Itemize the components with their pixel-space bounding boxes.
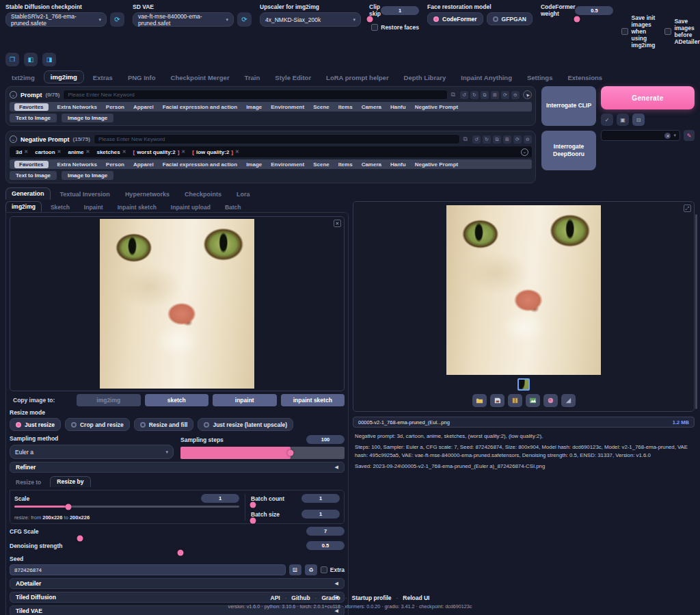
copy-prompt-icon[interactable]: ⧉	[481, 91, 489, 99]
category-tab-favorites[interactable]: Favorites	[14, 103, 49, 111]
sampling-steps-value[interactable]: 100	[306, 435, 345, 444]
category-tab-extra-networks[interactable]: Extra Networks	[57, 161, 97, 168]
remove-tag-icon[interactable]: ✕	[57, 149, 62, 155]
confirm-button[interactable]: ✓	[601, 114, 613, 126]
main-tab-style-editor[interactable]: Style Editor	[269, 72, 317, 83]
save-images-before-adetailer-checkbox[interactable]	[664, 28, 671, 35]
save-image-button[interactable]	[490, 394, 504, 407]
category-tab-image[interactable]: Image	[246, 104, 262, 110]
category-tab-apparel[interactable]: Apparel	[133, 104, 154, 110]
scale-slider[interactable]	[14, 506, 239, 508]
main-tab-txt2img[interactable]: txt2img	[5, 72, 41, 83]
scale-value[interactable]: 1	[201, 494, 239, 503]
negative-tag-low-quality-2[interactable]: [ low quality:2 ]✕	[192, 149, 239, 155]
category-tab-camera[interactable]: Camera	[362, 104, 381, 110]
clear-prompt-icon[interactable]: ⊖	[511, 91, 520, 99]
main-tab-inpaint-anything[interactable]: Inpaint Anything	[455, 72, 518, 83]
source-image-panel[interactable]: ✕	[10, 216, 345, 391]
main-tab-checkpoint-merger[interactable]: Checkpoint Merger	[165, 72, 236, 83]
clear-styles-icon[interactable]: ✕	[664, 133, 671, 139]
face-restoration-option-codeformer[interactable]: CodeFormer	[427, 12, 483, 25]
img2img-tab-inpaint[interactable]: Inpaint	[79, 202, 109, 212]
restore-faces-checkbox[interactable]	[371, 24, 378, 31]
mode-tab-text-to-image[interactable]: Text to Image	[10, 114, 57, 122]
category-tab-person[interactable]: Person	[106, 161, 124, 168]
prompt-keyword-input[interactable]	[63, 90, 447, 100]
undo-icon[interactable]: ↺	[460, 91, 468, 99]
open-folder-button[interactable]	[472, 394, 487, 407]
close-image-icon[interactable]: ✕	[334, 220, 341, 227]
refresh-checkpoint-button[interactable]: ⟳	[110, 12, 124, 27]
footer-link-github[interactable]: Github	[291, 594, 310, 601]
resize-tab-resize-to[interactable]: Resize to	[10, 477, 47, 487]
resize-tab-resize-by[interactable]: Resize by	[50, 476, 90, 487]
main-tab-extensions[interactable]: Extensions	[561, 72, 608, 83]
negative-tag-anime[interactable]: anime ✕	[68, 149, 90, 155]
seed-input[interactable]	[10, 564, 286, 575]
img2img-tab-sketch[interactable]: Sketch	[45, 202, 75, 212]
codeformer-weight-value[interactable]: 0.5	[575, 6, 613, 15]
cursor-select-icon[interactable]: ➤	[523, 90, 532, 99]
expand-prompt-icon[interactable]: ⧉	[451, 91, 455, 99]
img2img-tab-inpaint-sketch[interactable]: Inpaint sketch	[112, 202, 162, 212]
expand-output-icon[interactable]: ⤢	[684, 205, 691, 212]
generation-tab-checkpoints[interactable]: Checkpoints	[179, 189, 227, 200]
remove-tag-icon[interactable]: ✕	[181, 149, 185, 155]
resize-mode-option-just-resize[interactable]: Just resize	[10, 418, 61, 431]
footer-link-api[interactable]: API	[271, 594, 280, 601]
mode-tab-text-to-image[interactable]: Text to Image	[10, 171, 57, 180]
main-tab-settings[interactable]: Settings	[521, 72, 558, 83]
negative-tag-sketches[interactable]: sketches ✕	[96, 149, 126, 155]
category-tab-hanfu[interactable]: Hanfu	[390, 104, 406, 110]
denoising-strength-value[interactable]: 0.5	[306, 541, 345, 550]
footer-link-reload-ui[interactable]: Reload UI	[403, 594, 429, 601]
folder-button[interactable]: ▣	[617, 114, 629, 126]
mode-tab-image-to-image[interactable]: Image to Image	[62, 114, 113, 122]
scrollbar[interactable]	[695, 214, 697, 409]
copy-to-inpaint-sketch-button[interactable]: inpaint sketch	[281, 394, 345, 406]
main-tab-depth-library[interactable]: Depth Library	[398, 72, 453, 83]
negative-tag-cartoon[interactable]: cartoon ✕	[35, 149, 61, 155]
negative-prompt-keyword-input[interactable]	[94, 134, 460, 144]
collapse-prompt-icon[interactable]: ⌄	[10, 91, 17, 99]
apply-styles-button[interactable]: ◧	[24, 53, 38, 66]
refresh-prompt-icon[interactable]: ⟳	[513, 135, 522, 144]
category-tab-favorites[interactable]: Favorites	[14, 161, 49, 168]
reuse-seed-button[interactable]: ♻	[305, 564, 317, 575]
remove-tag-icon[interactable]: ✕	[24, 149, 28, 155]
generation-tab-hypernetworks[interactable]: Hypernetworks	[120, 189, 175, 200]
category-tab-hanfu[interactable]: Hanfu	[390, 161, 406, 168]
sampling-steps-slider[interactable]	[180, 447, 345, 459]
category-tab-extra-networks[interactable]: Extra Networks	[57, 104, 97, 110]
resize-mode-option-resize-and-fill[interactable]: Resize and fill	[134, 418, 194, 431]
remove-tag-icon[interactable]: ✕	[235, 149, 239, 155]
main-tab-img2img[interactable]: img2img	[44, 70, 84, 83]
img2img-tab-img2img[interactable]: img2img	[5, 201, 42, 212]
main-tab-extras[interactable]: Extras	[87, 72, 119, 83]
face-restoration-option-gfpgan[interactable]: GFPGAN	[487, 12, 533, 25]
output-thumbnail[interactable]	[517, 378, 530, 391]
category-tab-items[interactable]: Items	[338, 161, 353, 168]
interrogate-clip-button[interactable]: Interrogate CLIP	[541, 86, 596, 126]
category-tab-environment[interactable]: Environment	[271, 104, 304, 110]
footer-link-gradio[interactable]: Gradio	[321, 594, 340, 601]
paste-prompt-icon[interactable]: ⊞	[503, 135, 511, 144]
cfg-scale-value[interactable]: 7	[306, 527, 345, 536]
main-tab-lora-prompt-helper[interactable]: LoRA prompt helper	[320, 72, 394, 83]
styles-dropdown[interactable]: ✕▾	[601, 130, 680, 141]
upscaler-dropdown[interactable]: 4x_NMKD-Siax_200k▾	[260, 12, 361, 27]
extra-seed-checkbox[interactable]	[321, 566, 327, 573]
refiner-accordion[interactable]: Refiner◀	[10, 462, 345, 473]
random-seed-button[interactable]: ⚄	[289, 564, 301, 575]
send-to-img2img-button[interactable]	[526, 394, 540, 407]
category-tab-scene[interactable]: Scene	[313, 161, 329, 168]
negative-tag-3d[interactable]: 3d ✕	[16, 149, 28, 155]
interrogate-deepbooru-button[interactable]: Interrogate DeepBooru	[541, 131, 596, 170]
remove-tag-icon[interactable]: ✕	[122, 149, 126, 155]
output-file-chip[interactable]: 00005-v2-1_768-ema-pruned_(Eul...png 1.2…	[353, 417, 695, 428]
clip-skip-value[interactable]: 1	[381, 6, 419, 15]
paste-generation-params-button[interactable]: ❐	[5, 53, 19, 66]
save-init-images-when-using-img2img-checkbox[interactable]	[621, 28, 628, 35]
category-tab-items[interactable]: Items	[338, 104, 353, 110]
category-tab-negative-prompt[interactable]: Negative Prompt	[415, 104, 459, 110]
